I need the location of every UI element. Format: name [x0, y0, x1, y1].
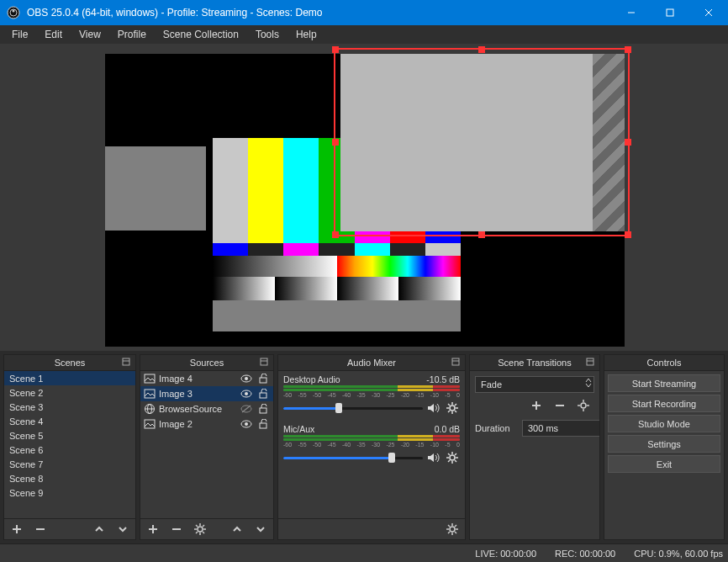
scene-item[interactable]: Scene 2 — [4, 385, 135, 400]
source-label: BrowserSource — [159, 404, 222, 414]
volume-slider[interactable] — [283, 402, 423, 414]
scenes-list[interactable]: Scene 1Scene 2Scene 3Scene 4Scene 5Scene… — [4, 371, 135, 518]
lock-toggle[interactable] — [256, 389, 270, 399]
scene-item[interactable]: Scene 6 — [4, 443, 135, 457]
scene-item[interactable]: Scene 7 — [4, 457, 135, 471]
status-cpu: CPU: 0.9%, 60.00 fps — [634, 549, 723, 559]
transition-settings-button[interactable] — [572, 396, 594, 415]
source-item[interactable]: Image 2 — [140, 416, 273, 432]
source-down-button[interactable] — [250, 520, 272, 538]
menu-tools[interactable]: Tools — [247, 27, 288, 42]
svg-line-55 — [448, 411, 450, 412]
dock-popout-icon[interactable] — [451, 357, 462, 368]
menu-edit[interactable]: Edit — [36, 27, 71, 42]
source-settings-button[interactable] — [189, 520, 211, 538]
add-source-button[interactable] — [142, 520, 164, 538]
visibility-toggle[interactable] — [240, 419, 253, 429]
menu-profile[interactable]: Profile — [109, 27, 155, 42]
start-recording-button[interactable]: Start Recording — [608, 395, 720, 412]
close-button[interactable] — [689, 0, 728, 25]
source-up-button[interactable] — [226, 520, 248, 538]
studio-mode-button[interactable]: Studio Mode — [608, 415, 720, 432]
duration-label: Duration — [475, 423, 517, 433]
volume-slider[interactable] — [283, 452, 423, 464]
exit-button[interactable]: Exit — [608, 455, 720, 473]
scene-down-button[interactable] — [112, 520, 134, 538]
svg-point-0 — [8, 7, 19, 19]
resize-handle-mb[interactable] — [478, 231, 485, 238]
maximize-button[interactable] — [651, 0, 689, 25]
add-transition-button[interactable] — [525, 396, 547, 415]
lock-toggle[interactable] — [256, 404, 270, 414]
scene-item[interactable]: Scene 8 — [4, 471, 135, 485]
mixer-title: Audio Mixer — [347, 358, 396, 368]
titlebar: OBS 25.0.4 (64-bit, windows) - Profile: … — [0, 0, 728, 25]
remove-transition-button[interactable] — [549, 396, 571, 415]
mixer-settings-button[interactable] — [441, 520, 463, 538]
start-streaming-button[interactable]: Start Streaming — [608, 374, 720, 392]
menu-scene-collection[interactable]: Scene Collection — [155, 27, 247, 42]
transition-type-select[interactable]: Fade — [475, 376, 594, 393]
mixer-channel: Mic/Aux0.0 dB-60-55-50-45-40-35-30-25-20… — [283, 424, 460, 465]
gear-icon[interactable] — [445, 400, 460, 416]
scene-up-button[interactable] — [88, 520, 110, 538]
duration-input[interactable] — [522, 420, 599, 437]
source-item[interactable]: BrowserSource — [140, 401, 273, 416]
channel-name: Desktop Audio — [283, 374, 340, 384]
channel-db: -10.5 dB — [426, 374, 460, 384]
dock-popout-icon[interactable] — [259, 357, 271, 368]
resize-handle-mt[interactable] — [478, 46, 485, 53]
svg-line-72 — [455, 532, 456, 533]
dock-popout-icon[interactable] — [585, 357, 597, 368]
add-scene-button[interactable] — [6, 520, 28, 538]
source-item[interactable]: Image 3 — [140, 386, 273, 401]
globe-icon — [144, 403, 156, 415]
visibility-toggle[interactable] — [240, 404, 253, 414]
scene-item[interactable]: Scene 1 — [4, 371, 135, 385]
remove-scene-button[interactable] — [29, 520, 51, 538]
preview-area[interactable] — [0, 44, 728, 351]
svg-rect-7 — [123, 358, 129, 365]
minimize-button[interactable] — [612, 0, 651, 25]
transitions-dock: Scene Transitions Fade Duration — [469, 354, 600, 540]
svg-rect-75 — [587, 358, 593, 365]
visibility-toggle[interactable] — [240, 389, 253, 399]
menu-help[interactable]: Help — [288, 27, 325, 42]
resize-handle-tr[interactable] — [625, 46, 631, 53]
resize-handle-mr[interactable] — [625, 139, 631, 146]
scene-item[interactable]: Scene 4 — [4, 414, 135, 428]
visibility-toggle[interactable] — [240, 374, 253, 384]
sources-title: Sources — [190, 358, 224, 368]
scene-item[interactable]: Scene 5 — [4, 428, 135, 443]
mixer-channel: Desktop Audio-10.5 dB-60-55-50-45-40-35-… — [283, 374, 460, 416]
scene-item[interactable]: Scene 3 — [4, 400, 135, 414]
svg-line-53 — [455, 411, 456, 412]
channel-name: Mic/Aux — [283, 424, 314, 434]
resize-handle-tl[interactable] — [332, 46, 339, 53]
svg-point-66 — [450, 527, 455, 532]
svg-rect-28 — [145, 420, 155, 428]
svg-line-42 — [203, 525, 204, 527]
status-rec: REC: 00:00:00 — [555, 549, 615, 559]
speaker-icon[interactable] — [426, 400, 441, 416]
statusbar: LIVE: 00:00:00 REC: 00:00:00 CPU: 0.9%, … — [0, 543, 728, 562]
settings-button[interactable]: Settings — [608, 435, 720, 453]
gear-icon[interactable] — [445, 450, 460, 465]
svg-line-52 — [448, 404, 450, 406]
remove-source-button[interactable] — [166, 520, 187, 538]
sources-list[interactable]: Image 4Image 3BrowserSourceImage 2 — [140, 371, 273, 518]
lock-toggle[interactable] — [256, 419, 270, 429]
preview-canvas[interactable] — [105, 54, 625, 347]
lock-toggle[interactable] — [256, 374, 270, 384]
scene-item[interactable]: Scene 9 — [4, 485, 135, 500]
vu-meter: -60-55-50-45-40-35-30-25-20-15-10-50 — [283, 435, 460, 447]
source-item[interactable]: Image 4 — [140, 371, 273, 386]
dock-popout-icon[interactable] — [121, 357, 133, 368]
resize-handle-br[interactable] — [625, 231, 631, 238]
menu-view[interactable]: View — [71, 27, 109, 42]
mixer-body: Desktop Audio-10.5 dB-60-55-50-45-40-35-… — [278, 371, 465, 518]
speaker-icon[interactable] — [426, 450, 441, 465]
svg-rect-44 — [452, 358, 459, 365]
image-icon — [144, 373, 156, 384]
menu-file[interactable]: File — [3, 27, 36, 42]
